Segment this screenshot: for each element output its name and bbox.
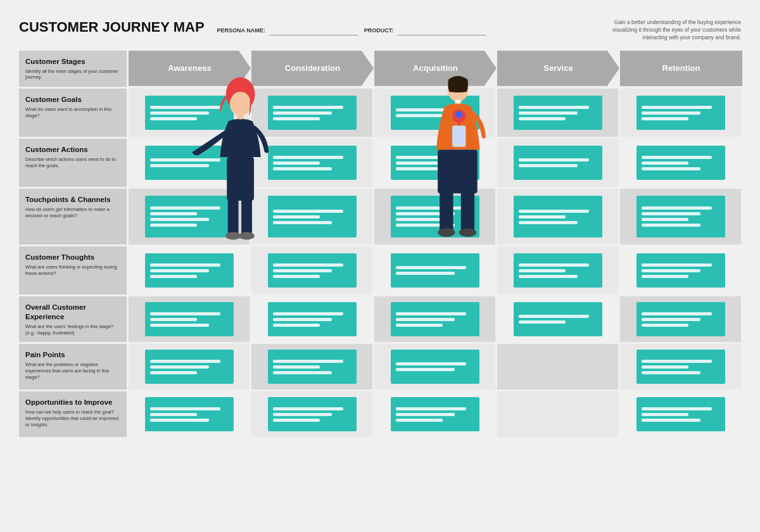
- touchpoints-acquisition-card: [391, 196, 479, 238]
- stage-awareness: Awareness: [129, 51, 251, 86]
- journey-map-grid: Customer Stages Identify all the main st…: [19, 51, 741, 438]
- actions-retention[interactable]: [620, 139, 741, 187]
- experience-awareness-card: [145, 302, 234, 336]
- header-fields: PERSONA NAME: PRODUCT: Gain a better und…: [217, 19, 741, 42]
- opp-acquisition[interactable]: [374, 391, 495, 437]
- stage-acquisition: Acquisition: [374, 51, 497, 86]
- product-field-group: PRODUCT:: [364, 25, 486, 35]
- row-label-pain-points: Pain Points What are the problems or neg…: [19, 344, 127, 390]
- opp-retention[interactable]: [620, 391, 741, 437]
- opp-retention-card: [636, 397, 725, 431]
- row-label-opportunities: Opportunities to Improve How can we help…: [19, 391, 127, 437]
- row-label-customer-thoughts: Customer Thoughts What are users thinkin…: [19, 246, 127, 294]
- experience-service-card: [514, 302, 602, 336]
- thoughts-retention[interactable]: [620, 246, 741, 294]
- page: CUSTOMER JOURNEY MAP PERSONA NAME: PRODU…: [0, 0, 760, 532]
- experience-awareness[interactable]: [129, 296, 250, 342]
- goals-acquisition[interactable]: [374, 89, 495, 137]
- thoughts-awareness-card: [145, 253, 234, 288]
- actions-awareness-card: [145, 146, 234, 180]
- touchpoints-awareness[interactable]: [129, 189, 250, 244]
- stage-retention: Retention: [620, 51, 742, 86]
- row-label-touchpoints: Touchpoints & Channels How do users get …: [19, 189, 127, 244]
- touchpoints-service[interactable]: [497, 189, 618, 244]
- actions-consideration-card: [268, 146, 357, 180]
- stage-service: Service: [497, 51, 619, 86]
- touchpoints-acquisition[interactable]: [374, 189, 495, 244]
- experience-retention[interactable]: [620, 296, 741, 342]
- persona-field-group: PERSONA NAME:: [217, 25, 358, 35]
- thoughts-retention-card: [636, 253, 725, 288]
- header: CUSTOMER JOURNEY MAP PERSONA NAME: PRODU…: [19, 19, 741, 42]
- goals-consideration[interactable]: [251, 89, 372, 137]
- goals-retention[interactable]: [620, 89, 741, 137]
- pain-consideration-card: [268, 350, 357, 384]
- opp-service[interactable]: [497, 391, 618, 437]
- actions-awareness[interactable]: [129, 139, 250, 187]
- goals-acquisition-card: [391, 96, 479, 130]
- persona-label: PERSONA NAME:: [217, 27, 265, 34]
- experience-acquisition-card: [391, 302, 479, 336]
- opp-awareness[interactable]: [129, 391, 250, 437]
- pain-acquisition[interactable]: [374, 344, 495, 390]
- actions-service-card: [514, 146, 602, 180]
- row-label-customer-stages: Customer Stages Identify all the main st…: [19, 51, 127, 87]
- header-description: Gain a better understanding of the buyin…: [602, 19, 741, 42]
- thoughts-acquisition-card: [391, 253, 479, 288]
- opp-awareness-card: [145, 397, 234, 431]
- goals-retention-card: [636, 96, 725, 130]
- touchpoints-consideration-card: [268, 196, 357, 238]
- actions-consideration[interactable]: [251, 139, 372, 187]
- touchpoints-retention[interactable]: [620, 189, 741, 244]
- actions-acquisition[interactable]: [374, 139, 495, 187]
- opp-consideration[interactable]: [251, 391, 372, 437]
- goals-awareness-card: [145, 96, 234, 130]
- touchpoints-awareness-card: [145, 196, 234, 238]
- thoughts-consideration[interactable]: [251, 246, 372, 294]
- pain-awareness-card: [145, 350, 234, 384]
- touchpoints-retention-card: [636, 196, 725, 238]
- pain-awareness[interactable]: [129, 344, 250, 390]
- stage-consideration: Consideration: [251, 51, 374, 86]
- pain-consideration[interactable]: [251, 344, 372, 390]
- experience-retention-card: [636, 302, 725, 336]
- thoughts-acquisition[interactable]: [374, 246, 495, 294]
- page-title: CUSTOMER JOURNEY MAP: [19, 19, 205, 35]
- touchpoints-service-card: [514, 196, 602, 238]
- experience-consideration[interactable]: [251, 296, 372, 342]
- actions-acquisition-card: [391, 146, 479, 180]
- product-label: PRODUCT:: [364, 27, 394, 34]
- thoughts-service-card: [514, 253, 602, 288]
- pain-acquisition-card: [391, 350, 479, 384]
- row-label-customer-actions: Customer Actions Describe which actions …: [19, 139, 127, 187]
- goals-consideration-card: [268, 96, 357, 130]
- pain-retention[interactable]: [620, 344, 741, 390]
- row-label-customer-goals: Customer Goals What do users want to acc…: [19, 89, 127, 137]
- actions-retention-card: [636, 146, 725, 180]
- pain-retention-card: [636, 350, 725, 384]
- touchpoints-consideration[interactable]: [251, 189, 372, 244]
- opp-acquisition-card: [391, 397, 479, 431]
- actions-service[interactable]: [497, 139, 618, 187]
- pain-service[interactable]: [497, 344, 618, 390]
- goals-service-card: [514, 96, 602, 130]
- thoughts-awareness[interactable]: [129, 246, 250, 294]
- experience-consideration-card: [268, 302, 357, 336]
- opp-consideration-card: [268, 397, 357, 431]
- persona-input[interactable]: [269, 25, 358, 35]
- thoughts-consideration-card: [268, 253, 357, 288]
- product-input[interactable]: [397, 25, 486, 35]
- row-label-overall-experience: Overall Customer Experience What are the…: [19, 296, 127, 342]
- goals-service[interactable]: [497, 89, 618, 137]
- goals-awareness[interactable]: [129, 89, 250, 137]
- experience-service[interactable]: [497, 296, 618, 342]
- thoughts-service[interactable]: [497, 246, 618, 294]
- experience-acquisition[interactable]: [374, 296, 495, 342]
